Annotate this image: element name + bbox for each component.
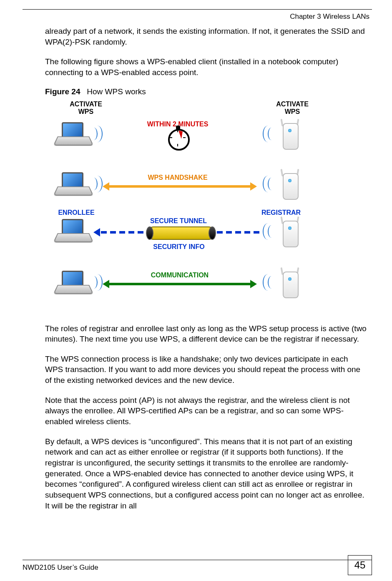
stopwatch-icon [167,126,189,149]
paragraph: The WPS connection process is like a han… [45,354,367,386]
radio-waves-icon [261,273,275,292]
label-wps-handshake: WPS HANDSHAKE [140,174,215,181]
laptop-icon [58,219,88,241]
page-number: 45 [348,555,372,575]
radio-waves-icon [261,222,275,241]
label-activate-wps-left: ACTIVATE WPS [63,101,109,116]
header-rule [23,9,372,10]
figure-how-wps-works: ACTIVATE WPS ACTIVATE WPS WITHIN 2 MINUT… [48,101,324,317]
label-registrar: REGISTRAR [256,209,306,216]
label-secure-tunnel: SECURE TUNNEL [141,217,216,225]
figure-caption: Figure 24 How WPS works [45,87,367,96]
radio-waves-icon [90,273,104,292]
paragraph: The following figure shows a WPS-enabled… [45,56,367,78]
laptop-icon [58,172,88,195]
laptop-icon [58,122,88,145]
page: Chapter 3 Wireless LANs already part of … [0,0,392,581]
figure-title: How WPS works [87,87,146,96]
double-arrow-icon [103,185,257,188]
label-security-info: SECURITY INFO [143,243,214,251]
paragraph: The roles of registrar and enrollee last… [45,323,367,345]
access-point-icon [280,268,299,298]
content-area: already part of a network, it sends the … [45,26,367,511]
paragraph: By default, a WPS devices is “unconfigur… [45,436,367,511]
label-communication: COMMUNICATION [144,272,215,279]
access-point-icon [280,170,299,200]
label-activate-wps-right: ACTIVATE WPS [269,101,315,116]
radio-waves-icon [90,175,104,193]
laptop-icon [58,271,88,293]
chapter-header: Chapter 3 Wireless LANs [290,13,369,21]
paragraph: already part of a network, it sends the … [45,26,367,47]
footer-rule [23,560,372,560]
access-point-icon [280,217,299,247]
radio-waves-icon [90,125,104,143]
paragraph: Note that the access point (AP) is not a… [45,395,367,427]
access-point-icon [280,120,299,150]
double-arrow-icon [103,282,257,286]
radio-waves-icon [261,175,275,193]
tunnel-icon [148,226,214,240]
radio-waves-icon [261,125,275,143]
footer-guide-title: NWD2105 User’s Guide [23,563,98,572]
label-enrollee: ENROLLEE [53,209,99,216]
figure-number: Figure 24 [45,87,80,96]
